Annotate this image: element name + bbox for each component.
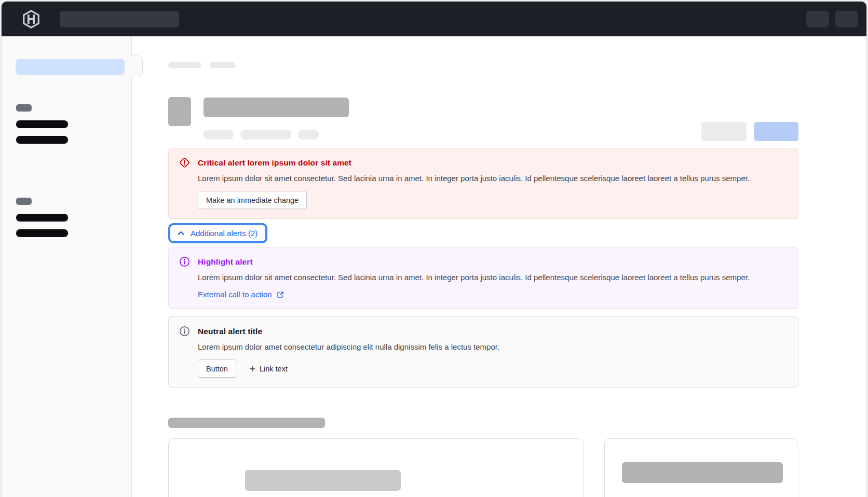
app-window: Critical alert lorem ipsum dolor sit ame… bbox=[2, 2, 866, 497]
card-content-placeholder bbox=[622, 462, 783, 483]
sidebar-section-label-placeholder-1 bbox=[16, 104, 32, 112]
card-placeholder-left bbox=[168, 438, 584, 497]
highlight-alert-link-label: External call to action bbox=[198, 290, 272, 299]
info-circle-icon bbox=[179, 326, 190, 337]
app-layout: Critical alert lorem ipsum dolor sit ame… bbox=[2, 36, 866, 497]
info-circle-icon bbox=[179, 256, 190, 267]
neutral-alert-title: Neutral alert title bbox=[198, 327, 262, 336]
breadcrumb-item-placeholder-2[interactable] bbox=[210, 62, 236, 68]
meta-badge-placeholder-2 bbox=[240, 130, 291, 140]
sidebar-item-placeholder-1[interactable] bbox=[16, 120, 68, 128]
sidebar-item-placeholder-4[interactable] bbox=[16, 229, 68, 237]
main-content: Critical alert lorem ipsum dolor sit ame… bbox=[132, 36, 866, 497]
external-link-icon bbox=[276, 291, 284, 299]
cards-row bbox=[168, 438, 798, 497]
highlight-alert-title: Highlight alert bbox=[198, 257, 253, 267]
meta-badge-placeholder-3 bbox=[298, 130, 319, 140]
page-meta bbox=[204, 130, 319, 140]
critical-alert: Critical alert lorem ipsum dolor sit ame… bbox=[168, 148, 798, 219]
topbar-action-placeholder-1[interactable] bbox=[806, 11, 829, 27]
secondary-button-placeholder[interactable] bbox=[701, 122, 747, 141]
primary-button-placeholder[interactable] bbox=[754, 122, 798, 141]
sidebar-toggle-handle[interactable] bbox=[131, 56, 143, 77]
critical-alert-action-button[interactable]: Make an immediate change bbox=[198, 191, 307, 209]
sidebar-item-placeholder-3[interactable] bbox=[16, 214, 68, 222]
critical-alert-body: Lorem ipsum dolor sit amet consectetur. … bbox=[198, 172, 758, 184]
top-navigation-bar bbox=[2, 2, 866, 36]
additional-alerts-toggle[interactable]: Additional alerts (2) bbox=[168, 223, 267, 243]
section-title-placeholder bbox=[168, 418, 325, 428]
page-icon-placeholder bbox=[168, 97, 191, 126]
highlight-alert-body: Lorem ipsum dolor sit amet consectetur. … bbox=[198, 271, 758, 283]
topbar-action-placeholder-2[interactable] bbox=[835, 11, 858, 27]
sidebar-item-placeholder-2[interactable] bbox=[16, 136, 68, 144]
meta-badge-placeholder-1 bbox=[204, 130, 234, 140]
critical-alert-title: Critical alert lorem ipsum dolor sit ame… bbox=[198, 158, 351, 168]
neutral-alert-link[interactable]: Link text bbox=[249, 365, 288, 373]
page-actions bbox=[701, 122, 798, 141]
page-title-placeholder bbox=[204, 98, 349, 117]
neutral-alert-body: Lorem ipsum dolor amet consectetur adipi… bbox=[198, 341, 758, 353]
card-content-placeholder bbox=[245, 470, 401, 491]
highlight-alert-external-link[interactable]: External call to action bbox=[198, 290, 284, 299]
search-input-placeholder[interactable] bbox=[60, 11, 179, 27]
card-placeholder-right bbox=[604, 438, 798, 497]
page-header bbox=[168, 97, 798, 141]
chevron-up-icon bbox=[177, 229, 185, 238]
hashicorp-logo-icon bbox=[21, 9, 41, 29]
neutral-alert: Neutral alert title Lorem ipsum dolor am… bbox=[168, 316, 798, 388]
alert-diamond-icon bbox=[179, 157, 190, 168]
sidebar bbox=[2, 36, 132, 497]
plus-icon bbox=[249, 365, 256, 372]
additional-alerts-toggle-label: Additional alerts (2) bbox=[191, 229, 257, 238]
neutral-alert-link-label: Link text bbox=[260, 365, 288, 373]
sidebar-active-item-placeholder[interactable] bbox=[16, 59, 125, 75]
breadcrumb-item-placeholder-1[interactable] bbox=[168, 62, 201, 68]
breadcrumb bbox=[168, 62, 798, 68]
neutral-alert-button[interactable]: Button bbox=[198, 360, 236, 378]
highlight-alert: Highlight alert Lorem ipsum dolor sit am… bbox=[168, 247, 798, 309]
sidebar-section-label-placeholder-2 bbox=[16, 198, 32, 205]
